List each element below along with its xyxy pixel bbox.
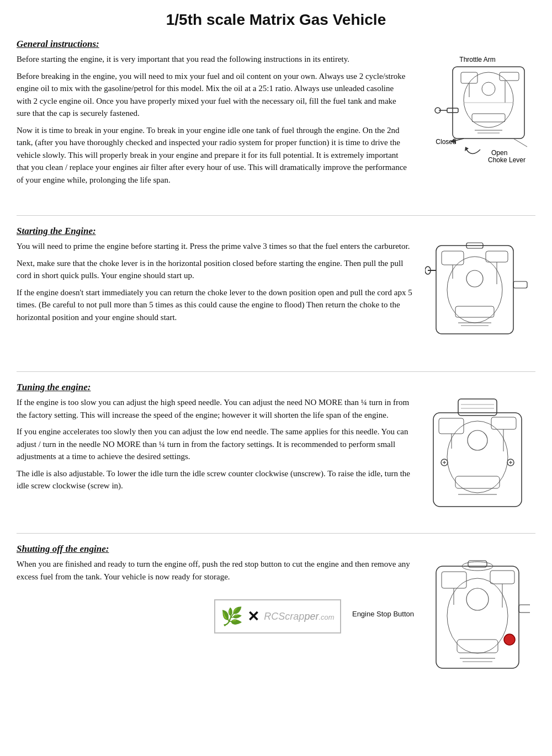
engine-stop-button-box: 🌿 ✕ RCScrapper.com	[214, 599, 341, 633]
choke-lever-label: Choke Lever	[488, 156, 526, 164]
starting-heading: Starting the Engine:	[17, 226, 535, 237]
engine-stop-caption: Engine Stop Button	[352, 610, 414, 618]
tuning-para-2: If you engine accelerates too slowly the…	[17, 425, 414, 463]
tuning-section: Tuning the engine: If the engine is too …	[17, 382, 535, 525]
svg-rect-63	[519, 605, 530, 613]
tuning-engine-diagram	[425, 396, 535, 525]
tuning-heading: Tuning the engine:	[17, 382, 535, 393]
shutting-engine-diagram	[425, 558, 535, 698]
svg-rect-2	[461, 72, 477, 83]
x-icon: ✕	[247, 608, 259, 625]
throttle-diagram-container: Throttle Arm Closed Open	[414, 53, 535, 207]
starting-engine-svg	[425, 240, 530, 361]
starting-engine-diagram	[425, 240, 535, 364]
watermark-text: RCScrapper.com	[264, 611, 334, 622]
fire-icon: 🌿	[221, 606, 243, 627]
open-label-in-svg: Open	[491, 149, 507, 157]
tuning-para-1: If the engine is too slow you can adjust…	[17, 396, 414, 421]
svg-rect-20	[442, 251, 464, 265]
starting-para-3: If the engine doesn't start immediately …	[17, 286, 414, 324]
svg-line-11	[513, 139, 527, 147]
starting-text: You will need to prime the engine before…	[17, 240, 420, 328]
tuning-engine-svg	[425, 396, 530, 523]
general-text: Before starting the engine, it is very i…	[17, 53, 414, 190]
starting-section: Starting the Engine: You will need to pr…	[17, 226, 535, 364]
closed-label-in-svg: Closed	[436, 138, 456, 146]
tuning-text: If the engine is too slow you can adjust…	[17, 396, 420, 497]
svg-point-33	[447, 421, 508, 493]
general-section: General instructions: Before starting th…	[17, 39, 535, 207]
svg-rect-52	[442, 572, 466, 588]
svg-point-24	[466, 270, 483, 287]
general-heading: General instructions:	[17, 39, 535, 50]
svg-rect-31	[513, 281, 527, 288]
throttle-diagram-svg: Throttle Arm Closed Open	[420, 53, 535, 207]
svg-point-38	[468, 430, 487, 450]
tuning-para-3: The idle is also adjustable. To lower th…	[17, 467, 414, 492]
svg-rect-57	[457, 640, 498, 653]
svg-rect-18	[436, 246, 513, 334]
shutting-text: When you are finished and ready to turn …	[17, 558, 420, 633]
shutting-heading: Shutting off the engine:	[17, 544, 535, 555]
svg-point-51	[447, 578, 508, 653]
svg-rect-25	[455, 306, 494, 317]
svg-rect-21	[486, 251, 508, 262]
divider-2	[17, 371, 535, 372]
starting-para-1: You will need to prime the engine before…	[17, 240, 414, 253]
divider-3	[17, 533, 535, 534]
shutting-section: Shutting off the engine: When you are fi…	[17, 544, 535, 698]
svg-point-60	[504, 634, 515, 645]
svg-rect-3	[500, 72, 519, 81]
starting-para-2: Next, make sure that the choke lever is …	[17, 257, 414, 282]
svg-point-13	[482, 82, 495, 95]
svg-rect-53	[490, 571, 514, 584]
general-para-2: Before breaking in the engine, you will …	[17, 70, 408, 120]
shutting-engine-svg	[425, 558, 530, 696]
throttle-arm-label: Throttle Arm	[459, 56, 495, 63]
general-para-3: Now it is time to break in your engine. …	[17, 124, 408, 187]
svg-point-56	[466, 588, 489, 610]
general-para-1: Before starting the engine, it is very i…	[17, 53, 408, 66]
svg-rect-34	[439, 418, 464, 434]
shutting-para-1: When you are finished and ready to turn …	[17, 558, 414, 583]
svg-rect-14	[472, 114, 505, 122]
svg-rect-39	[455, 476, 500, 488]
page-title: 1/5th scale Matrix Gas Vehicle	[17, 11, 535, 29]
divider-1	[17, 215, 535, 216]
